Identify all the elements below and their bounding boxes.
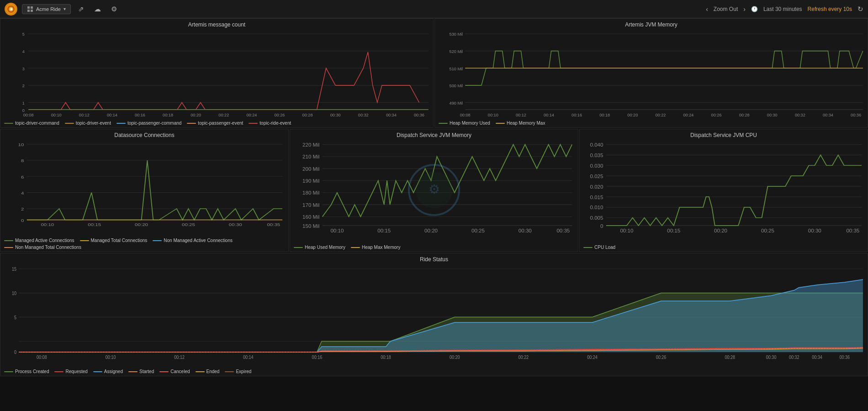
svg-text:00:15: 00:15 bbox=[377, 228, 391, 233]
svg-text:210 Mil: 210 Mil bbox=[302, 154, 319, 159]
legend-managed-active: Managed Active Connections bbox=[4, 238, 74, 243]
legend-heap-used: Heap Memory Used bbox=[439, 121, 490, 126]
svg-text:5: 5 bbox=[14, 315, 17, 320]
svg-text:00:36: 00:36 bbox=[839, 354, 850, 360]
settings-button[interactable]: ⚙ bbox=[108, 3, 120, 15]
svg-text:00:30: 00:30 bbox=[330, 112, 341, 117]
dispatch-mem-chart: 220 Mil 210 Mil 200 Mil 190 Mil 180 Mil … bbox=[290, 139, 578, 244]
legend-color bbox=[351, 247, 360, 248]
svg-text:530 Mil: 530 Mil bbox=[450, 32, 463, 37]
svg-text:00:25: 00:25 bbox=[182, 222, 195, 227]
svg-text:10: 10 bbox=[18, 142, 24, 147]
svg-text:00:16: 00:16 bbox=[312, 354, 323, 360]
legend-label: topic-driver-command bbox=[15, 121, 59, 126]
drag-handle[interactable] bbox=[290, 129, 294, 252]
legend-label: topic-passenger-event bbox=[198, 121, 243, 126]
legend-color bbox=[496, 123, 505, 124]
share-button[interactable]: ⇗ bbox=[75, 3, 87, 15]
legend-label: Managed Active Connections bbox=[15, 238, 74, 243]
app-name-selector[interactable]: Acme Ride ▾ bbox=[22, 4, 71, 14]
refresh-label: Refresh every 10s bbox=[808, 6, 852, 12]
legend-label: Started bbox=[139, 369, 154, 374]
legend-passenger-command: topic-passenger-command bbox=[116, 121, 181, 126]
svg-text:00:24: 00:24 bbox=[587, 354, 598, 360]
time-range-label: Last 30 minutes bbox=[763, 6, 802, 12]
legend-canceled: Canceled bbox=[159, 369, 190, 374]
legend-label: Expired bbox=[236, 369, 251, 374]
svg-text:00:08: 00:08 bbox=[37, 354, 47, 360]
svg-text:00:34: 00:34 bbox=[812, 354, 822, 360]
svg-text:00:34: 00:34 bbox=[386, 112, 397, 117]
legend-managed-total: Managed Total Connections bbox=[80, 238, 148, 243]
panel-artemis-jvm-memory: Artemis JVM Memory 530 Mil 520 Mil 510 M… bbox=[434, 18, 868, 128]
svg-text:00:14: 00:14 bbox=[107, 112, 118, 117]
zoom-left-button[interactable]: ‹ bbox=[706, 5, 708, 13]
drag-handle[interactable] bbox=[580, 129, 583, 252]
legend-label: Managed Total Connections bbox=[91, 238, 148, 243]
svg-text:520 Mil: 520 Mil bbox=[450, 49, 463, 54]
legend-started: Started bbox=[128, 369, 154, 374]
svg-text:00:30: 00:30 bbox=[808, 228, 821, 233]
grid-icon bbox=[27, 6, 33, 12]
drag-handle[interactable] bbox=[0, 129, 4, 252]
svg-text:0.040: 0.040 bbox=[590, 142, 603, 148]
svg-text:00:16: 00:16 bbox=[135, 112, 145, 117]
legend-requested: Requested bbox=[54, 369, 87, 374]
svg-text:2: 2 bbox=[22, 83, 25, 88]
svg-text:00:25: 00:25 bbox=[761, 228, 774, 233]
legend-color bbox=[196, 371, 205, 372]
svg-marker-152 bbox=[317, 279, 863, 352]
drag-handle[interactable] bbox=[0, 19, 4, 127]
dashboard: Artemis message count 5 4 3 2 1 0 00:08 … bbox=[0, 18, 868, 411]
artemis-msg-svg: 5 4 3 2 1 0 00:08 00:10 00:12 00:14 00:1… bbox=[0, 29, 433, 120]
drag-handle[interactable] bbox=[435, 19, 439, 127]
svg-text:00:14: 00:14 bbox=[243, 354, 254, 360]
panel-datasource-connections: Datasource Connections 10 8 6 4 2 0 bbox=[0, 129, 289, 252]
dispatch-mem-title: Dispatch Service JVM Memory bbox=[290, 129, 578, 139]
svg-text:00:15: 00:15 bbox=[667, 228, 680, 233]
svg-text:0: 0 bbox=[21, 218, 24, 223]
svg-text:00:08: 00:08 bbox=[460, 112, 471, 117]
legend-color bbox=[225, 371, 234, 372]
legend-label: Heap Used Memory bbox=[305, 245, 345, 250]
svg-text:00:15: 00:15 bbox=[88, 222, 101, 227]
svg-text:200 Mil: 200 Mil bbox=[302, 166, 319, 171]
legend-ride-event: topic-ride-event bbox=[249, 121, 291, 126]
svg-text:10: 10 bbox=[12, 291, 17, 296]
svg-text:00:30: 00:30 bbox=[766, 354, 777, 360]
legend-color bbox=[439, 123, 448, 124]
svg-text:00:18: 00:18 bbox=[381, 354, 391, 360]
svg-text:00:28: 00:28 bbox=[302, 112, 313, 117]
svg-text:0.020: 0.020 bbox=[590, 184, 603, 189]
svg-text:00:16: 00:16 bbox=[572, 112, 582, 117]
drag-handle[interactable] bbox=[0, 253, 4, 376]
svg-text:00:10: 00:10 bbox=[41, 222, 54, 227]
legend-cpu-load: CPU Load bbox=[583, 245, 615, 250]
svg-text:3: 3 bbox=[22, 66, 25, 71]
legend-label: Requested bbox=[65, 369, 87, 374]
legend-heap-used-mem: Heap Used Memory bbox=[294, 245, 345, 250]
svg-text:8: 8 bbox=[21, 158, 24, 163]
svg-text:00:36: 00:36 bbox=[414, 112, 424, 117]
save-button[interactable]: ☁ bbox=[91, 3, 104, 15]
svg-text:00:22: 00:22 bbox=[655, 112, 666, 117]
row2-panels: Datasource Connections 10 8 6 4 2 0 bbox=[0, 129, 868, 252]
panel-dispatch-jvm-memory: Dispatch Service JVM Memory ⚙ bbox=[290, 129, 578, 252]
svg-rect-4 bbox=[31, 6, 33, 9]
refresh-icon-button[interactable]: ↻ bbox=[857, 5, 863, 13]
legend-color bbox=[249, 123, 258, 124]
legend-color bbox=[583, 247, 593, 248]
svg-text:6: 6 bbox=[21, 174, 24, 179]
svg-text:00:10: 00:10 bbox=[488, 112, 498, 117]
legend-label: Process Created bbox=[15, 369, 49, 374]
ride-status-title: Ride Status bbox=[0, 253, 868, 263]
datasource-title: Datasource Connections bbox=[0, 129, 288, 139]
datasource-chart: 10 8 6 4 2 0 00:10 00:15 00:20 00:25 00:… bbox=[0, 139, 288, 237]
dispatch-cpu-title: Dispatch Service JVM CPU bbox=[580, 129, 868, 139]
svg-text:00:35: 00:35 bbox=[556, 228, 570, 233]
zoom-right-button[interactable]: › bbox=[743, 5, 746, 13]
legend-color bbox=[128, 371, 138, 372]
svg-text:4: 4 bbox=[22, 49, 25, 54]
svg-text:00:35: 00:35 bbox=[846, 228, 859, 233]
svg-text:180 Mil: 180 Mil bbox=[302, 190, 319, 195]
